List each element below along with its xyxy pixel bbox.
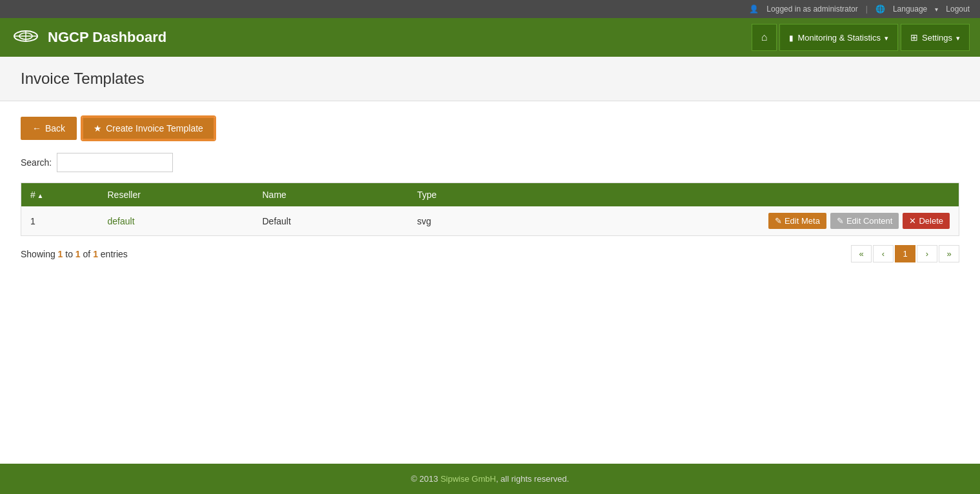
action-button-row: Back Create Invoice Template — [21, 117, 959, 140]
col-header-name: Name — [254, 183, 408, 207]
pagination-next[interactable]: › — [917, 245, 937, 262]
pagination-first[interactable]: « — [851, 245, 872, 262]
user-icon — [749, 5, 759, 14]
delete-icon: ✕ — [909, 216, 916, 226]
cell-type: svg — [408, 206, 537, 236]
home-nav-button[interactable] — [752, 24, 777, 51]
page-header: Invoice Templates — [0, 57, 980, 101]
pagination-page-1[interactable]: 1 — [895, 245, 915, 262]
col-header-actions — [537, 183, 959, 207]
globe-icon — [875, 5, 885, 14]
cell-actions: ✎ Edit Meta ✎ Edit Content ✕ Delete — [537, 206, 959, 236]
showing-to-prefix: to — [65, 249, 75, 259]
edit-content-button[interactable]: ✎ Edit Content — [830, 213, 899, 229]
logged-in-text: Logged in as administrator — [766, 5, 857, 14]
language-link[interactable]: Language — [893, 5, 927, 14]
edit-content-icon: ✎ — [837, 216, 844, 226]
edit-meta-button[interactable]: ✎ Edit Meta — [768, 213, 826, 229]
pagination-controls: « ‹ 1 › » — [851, 245, 959, 262]
search-label: Search: — [21, 157, 52, 168]
showing-from: 1 — [58, 249, 63, 259]
table-body: 1 default Default svg ✎ Edit Meta ✎ Edit… — [21, 206, 959, 236]
arrow-left-icon — [32, 123, 41, 133]
footer-company-link[interactable]: Sipwise GmbH — [441, 474, 496, 484]
navbar: NGCP Dashboard Monitoring & Statistics S… — [0, 18, 980, 57]
monitoring-nav-label: Monitoring & Statistics — [797, 33, 881, 43]
brand-name: NGCP Dashboard — [48, 29, 166, 46]
settings-nav-button[interactable]: Settings — [901, 24, 970, 51]
showing-of-prefix: of — [83, 249, 94, 259]
showing-suffix: entries — [101, 249, 128, 259]
settings-caret-icon — [956, 33, 960, 43]
search-input[interactable] — [57, 153, 173, 172]
monitoring-nav-button[interactable]: Monitoring & Statistics — [779, 24, 898, 51]
create-button-label: Create Invoice Template — [106, 123, 203, 133]
col-header-reseller: Reseller — [99, 183, 254, 207]
delete-button[interactable]: ✕ Delete — [903, 213, 950, 229]
reseller-link[interactable]: default — [108, 216, 135, 226]
footer-rights: , all rights reserved. — [496, 474, 569, 484]
showing-text: Showing 1 to 1 of 1 entries — [21, 249, 128, 259]
home-icon — [761, 32, 768, 43]
navbar-nav: Monitoring & Statistics Settings — [752, 24, 970, 51]
col-header-id[interactable]: # — [21, 183, 99, 207]
row-action-buttons: ✎ Edit Meta ✎ Edit Content ✕ Delete — [546, 213, 950, 229]
footer: © 2013 Sipwise GmbH, all rights reserved… — [0, 464, 980, 494]
chart-icon — [789, 33, 794, 43]
edit-meta-icon: ✎ — [775, 216, 782, 226]
invoice-templates-table: # Reseller Name Type 1 default Default s… — [21, 183, 959, 236]
cell-name: Default — [254, 206, 408, 236]
footer-copyright: © 2013 — [411, 474, 441, 484]
col-header-type: Type — [408, 183, 537, 207]
monitoring-caret-icon — [885, 33, 888, 43]
showing-prefix: Showing — [21, 249, 58, 259]
settings-icon — [910, 32, 918, 43]
star-icon — [94, 123, 102, 133]
showing-to: 1 — [75, 249, 81, 259]
caret-icon: ▾ — [935, 6, 938, 13]
table-row: 1 default Default svg ✎ Edit Meta ✎ Edit… — [21, 206, 959, 236]
brand-link[interactable]: NGCP Dashboard — [10, 27, 166, 48]
back-button[interactable]: Back — [21, 117, 77, 140]
settings-nav-label: Settings — [922, 33, 952, 43]
cell-id: 1 — [21, 206, 99, 236]
pagination-last[interactable]: » — [939, 245, 959, 262]
search-row: Search: — [21, 153, 959, 172]
page-title: Invoice Templates — [21, 70, 959, 88]
showing-total: 1 — [93, 249, 98, 259]
logout-link[interactable]: Logout — [946, 5, 970, 14]
cell-reseller: default — [99, 206, 254, 236]
main-content: Back Create Invoice Template Search: # R… — [0, 101, 980, 464]
top-bar: Logged in as administrator | Language ▾ … — [0, 0, 980, 18]
table-header: # Reseller Name Type — [21, 183, 959, 207]
pagination-prev[interactable]: ‹ — [873, 245, 894, 262]
brand-logo — [10, 27, 41, 48]
pagination-row: Showing 1 to 1 of 1 entries « ‹ 1 › » — [21, 245, 959, 262]
back-button-label: Back — [45, 123, 65, 133]
create-invoice-template-button[interactable]: Create Invoice Template — [82, 117, 215, 140]
